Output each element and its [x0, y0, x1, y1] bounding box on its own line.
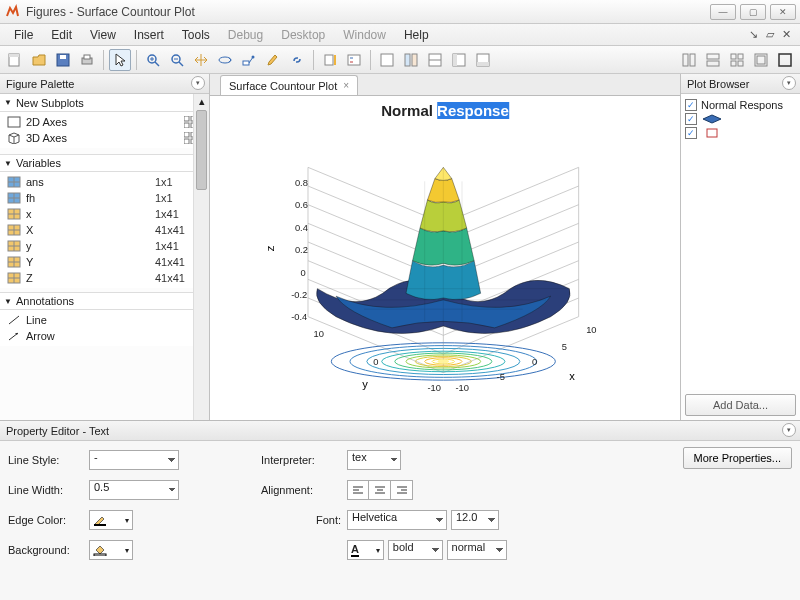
- font-family-select[interactable]: Helvetica: [347, 510, 447, 530]
- tab-close-icon[interactable]: ×: [343, 80, 349, 91]
- save-icon[interactable]: [52, 49, 74, 71]
- menu-window[interactable]: Window: [335, 26, 394, 44]
- align-center-button[interactable]: [369, 480, 391, 500]
- menu-help[interactable]: Help: [396, 26, 437, 44]
- line-style-select[interactable]: -: [89, 450, 179, 470]
- font-angle-select[interactable]: normal: [447, 540, 507, 560]
- variable-item[interactable]: X41x41: [0, 222, 209, 238]
- svg-text:-0.4: -0.4: [291, 312, 307, 322]
- maximize-button[interactable]: ▢: [740, 4, 766, 20]
- variable-item[interactable]: Z41x41: [0, 270, 209, 286]
- svg-text:-10: -10: [455, 383, 468, 393]
- variables-header[interactable]: ▼Variables: [0, 154, 209, 172]
- svg-rect-33: [707, 61, 719, 66]
- property-editor-panel: Property Editor - Text ▾ More Properties…: [0, 420, 800, 600]
- variable-item[interactable]: y1x41: [0, 238, 209, 254]
- menu-bar: File Edit View Insert Tools Debug Deskto…: [0, 24, 800, 46]
- dock-undock-icon[interactable]: ↘: [746, 28, 761, 41]
- palette-scrollbar[interactable]: ▴: [193, 94, 209, 420]
- svg-rect-48: [184, 139, 189, 144]
- align-right-button[interactable]: [391, 480, 413, 500]
- svg-text:0.8: 0.8: [295, 178, 308, 188]
- datacursor-icon[interactable]: [238, 49, 260, 71]
- plot-browser-panel: Plot Browser ▾ ✓ Normal Respons ✓ ✓ Add …: [680, 74, 800, 420]
- font-weight-select[interactable]: bold: [388, 540, 443, 560]
- menu-file[interactable]: File: [6, 26, 41, 44]
- plot-browser-item[interactable]: ✓: [685, 112, 796, 126]
- line-width-select[interactable]: 0.5: [89, 480, 179, 500]
- pan-icon[interactable]: [190, 49, 212, 71]
- menu-tools[interactable]: Tools: [174, 26, 218, 44]
- background-color-picker[interactable]: ▾: [89, 540, 133, 560]
- interpreter-select[interactable]: tex: [347, 450, 401, 470]
- tile-1-icon[interactable]: [678, 49, 700, 71]
- variable-item[interactable]: ans1x1: [0, 174, 209, 190]
- doc-close-icon[interactable]: ✕: [779, 28, 794, 41]
- figure-title[interactable]: Normal Response: [381, 102, 509, 119]
- figure-palette-title-text: Figure Palette: [6, 78, 74, 90]
- doc-max-icon[interactable]: ▱: [763, 28, 777, 41]
- zoom-in-icon[interactable]: [142, 49, 164, 71]
- edge-color-picker[interactable]: ▾: [89, 510, 133, 530]
- brush-icon[interactable]: [262, 49, 284, 71]
- insert-colorbar-icon[interactable]: [319, 49, 341, 71]
- document-tab[interactable]: Surface Countour Plot ×: [220, 75, 358, 95]
- more-properties-button[interactable]: More Properties...: [683, 447, 792, 469]
- visibility-checkbox[interactable]: ✓: [685, 113, 697, 125]
- layout-b-icon[interactable]: [448, 49, 470, 71]
- add-data-button[interactable]: Add Data...: [685, 394, 796, 416]
- close-button[interactable]: ✕: [770, 4, 796, 20]
- maximize-doc-icon[interactable]: [774, 49, 796, 71]
- zoom-out-icon[interactable]: [166, 49, 188, 71]
- annotations-header[interactable]: ▼Annotations: [0, 292, 209, 310]
- layout-a-icon[interactable]: [424, 49, 446, 71]
- menu-debug[interactable]: Debug: [220, 26, 271, 44]
- tile-3-icon[interactable]: [726, 49, 748, 71]
- align-left-button[interactable]: [347, 480, 369, 500]
- panel-menu-icon[interactable]: ▾: [782, 76, 796, 90]
- panel-menu-icon[interactable]: ▾: [191, 76, 205, 90]
- svg-rect-21: [381, 54, 393, 66]
- new-figure-icon[interactable]: [4, 49, 26, 71]
- svg-text:0.4: 0.4: [295, 223, 308, 233]
- axes-3d[interactable]: 0.80.60.4 0.20-0.2-0.4 100-10 -10-50510 …: [236, 130, 660, 410]
- plot-browser-item[interactable]: ✓ Normal Respons: [685, 98, 796, 112]
- font-size-select[interactable]: 12.0: [451, 510, 499, 530]
- menu-edit[interactable]: Edit: [43, 26, 80, 44]
- font-color-picker[interactable]: A▾: [347, 540, 384, 560]
- variable-item[interactable]: x1x41: [0, 206, 209, 222]
- show-tools-icon[interactable]: [400, 49, 422, 71]
- hide-tools-icon[interactable]: [376, 49, 398, 71]
- menu-view[interactable]: View: [82, 26, 124, 44]
- annotation-line-item[interactable]: Line: [0, 312, 209, 328]
- visibility-checkbox[interactable]: ✓: [685, 99, 697, 111]
- variable-item[interactable]: Y41x41: [0, 254, 209, 270]
- svg-text:0: 0: [373, 357, 378, 367]
- pointer-tool-icon[interactable]: [109, 49, 131, 71]
- menu-insert[interactable]: Insert: [126, 26, 172, 44]
- layout-c-icon[interactable]: [472, 49, 494, 71]
- figure-palette-panel: Figure Palette ▾ ▼New Subplots 2D Axes ▸…: [0, 74, 210, 420]
- arrow-icon: [6, 330, 22, 342]
- rotate3d-icon[interactable]: [214, 49, 236, 71]
- tile-2-icon[interactable]: [702, 49, 724, 71]
- minimize-button[interactable]: —: [710, 4, 736, 20]
- annotation-arrow-item[interactable]: Arrow: [0, 328, 209, 344]
- variable-item[interactable]: fh1x1: [0, 190, 209, 206]
- axes3d-icon: [6, 132, 22, 144]
- visibility-checkbox[interactable]: ✓: [685, 127, 697, 139]
- insert-legend-icon[interactable]: [343, 49, 365, 71]
- plot-browser-item[interactable]: ✓: [685, 126, 796, 140]
- print-icon[interactable]: [76, 49, 98, 71]
- menu-desktop[interactable]: Desktop: [273, 26, 333, 44]
- link-plots-icon[interactable]: [286, 49, 308, 71]
- open-icon[interactable]: [28, 49, 50, 71]
- svg-rect-37: [738, 61, 743, 66]
- tile-4-icon[interactable]: [750, 49, 772, 71]
- svg-rect-124: [94, 554, 106, 556]
- axes3d-item[interactable]: 3D Axes ▸: [0, 130, 209, 146]
- new-subplots-header[interactable]: ▼New Subplots: [0, 94, 209, 112]
- figure-canvas[interactable]: Normal Response: [210, 96, 680, 420]
- panel-menu-icon[interactable]: ▾: [782, 423, 796, 437]
- axes2d-item[interactable]: 2D Axes ▸: [0, 114, 209, 130]
